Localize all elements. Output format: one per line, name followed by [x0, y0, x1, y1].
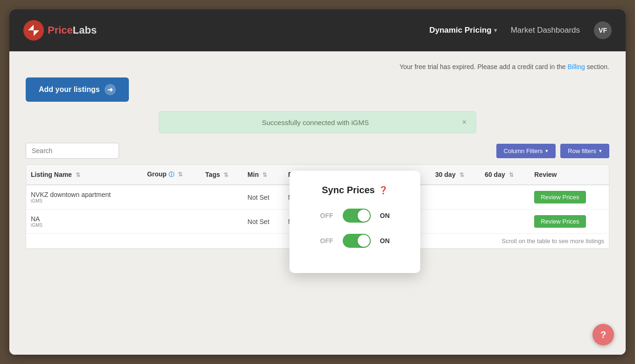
cell-group: [142, 185, 201, 210]
col-60day: 60 day ⇅: [480, 165, 529, 185]
sync-toggle-row-1: OFF ON: [308, 209, 402, 223]
cell-review: Review Prices: [529, 210, 609, 234]
col-min: Min ⇅: [243, 165, 283, 185]
chevron-down-icon: ▾: [599, 148, 602, 154]
close-banner-button[interactable]: ×: [462, 118, 466, 126]
cell-tags: [201, 210, 243, 234]
cell-60day: [480, 185, 529, 210]
success-banner: Successfully connected with iGMS ×: [159, 111, 476, 133]
table-toolbar: Column Filters ▾ Row filters ▾: [26, 143, 609, 159]
col-listing-name: Listing Name ⇅: [26, 165, 142, 185]
main-content: Your free trial has expired. Please add …: [9, 51, 626, 355]
col-review: Review: [529, 165, 609, 185]
sync-toggle-2[interactable]: [343, 234, 371, 248]
review-prices-button[interactable]: Review Prices: [534, 215, 586, 228]
sync-help-icon[interactable]: ❓: [379, 186, 388, 195]
toggle-on-label-2: ON: [380, 237, 390, 245]
cell-review: Review Prices: [529, 185, 609, 210]
row-filters-button[interactable]: Row filters ▾: [560, 144, 609, 158]
cell-listing-name: NVKZ downtown apartment iGMS: [26, 185, 142, 210]
toggle-off-label-2: OFF: [320, 237, 333, 245]
add-listings-button[interactable]: Add your listings ➜: [26, 77, 129, 102]
toggle-off-label-1: OFF: [320, 212, 333, 219]
nav-market-dashboards[interactable]: Market Dashboards: [511, 26, 580, 35]
navbar: PriceLabs Dynamic Pricing ▾ Market Dashb…: [9, 9, 626, 51]
cell-group: [142, 210, 201, 234]
nav-dynamic-pricing[interactable]: Dynamic Pricing ▾: [429, 26, 496, 35]
toolbar-right: Column Filters ▾ Row filters ▾: [496, 144, 609, 158]
nav-right: Dynamic Pricing ▾ Market Dashboards VF: [429, 21, 612, 39]
sync-toggle-row-2: OFF ON: [308, 234, 402, 248]
cell-30day: [430, 185, 480, 210]
sync-prices-popup: Sync Prices ❓ OFF ON OFF O: [289, 171, 420, 273]
search-input[interactable]: [26, 143, 119, 159]
igms-badge: iGMS: [31, 198, 138, 203]
billing-link[interactable]: Billing: [568, 63, 585, 70]
chevron-down-icon: ▾: [494, 27, 497, 34]
sync-toggle-1[interactable]: [343, 209, 371, 223]
logo[interactable]: PriceLabs: [23, 20, 97, 41]
arrow-right-icon: ➜: [105, 84, 116, 95]
cell-listing-name: NA iGMS: [26, 210, 142, 234]
toggle-knob-1: [358, 210, 370, 222]
cell-30day: [430, 210, 480, 234]
cell-min: Not Set: [243, 210, 283, 234]
col-tags: Tags ⇅: [201, 165, 243, 185]
col-group: Group ⓘ ⇅: [142, 165, 201, 185]
avatar[interactable]: VF: [594, 21, 612, 39]
listing-name-text: NA: [31, 215, 40, 223]
help-fab-button[interactable]: ?: [593, 324, 614, 345]
logo-text: PriceLabs: [48, 24, 97, 36]
cell-tags: [201, 185, 243, 210]
column-filters-button[interactable]: Column Filters ▾: [496, 144, 556, 158]
sync-popup-title: Sync Prices ❓: [308, 185, 402, 196]
toggle-on-label-1: ON: [380, 212, 390, 219]
listing-name-text: NVKZ downtown apartment: [31, 191, 111, 198]
chevron-down-icon: ▾: [545, 148, 548, 154]
cell-60day: [480, 210, 529, 234]
igms-badge: iGMS: [31, 223, 138, 228]
toggle-knob-2: [358, 235, 370, 247]
review-prices-button[interactable]: Review Prices: [534, 191, 586, 203]
cell-min: Not Set: [243, 185, 283, 210]
trial-banner: Your free trial has expired. Please add …: [26, 63, 609, 70]
pricelabs-logo-icon: [23, 20, 44, 41]
col-30day: 30 day ⇅: [430, 165, 480, 185]
